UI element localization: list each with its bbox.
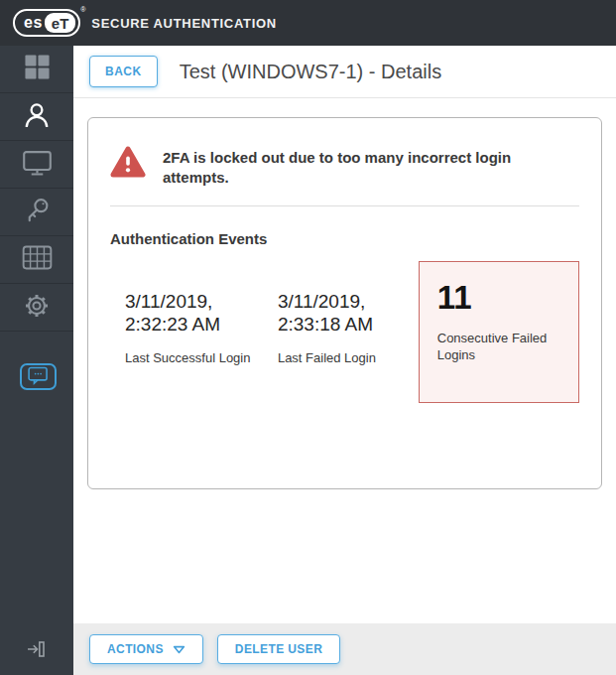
event-label: Last Successful Login <box>125 349 256 366</box>
monitor-icon <box>22 150 53 180</box>
sidebar-item-settings[interactable] <box>0 284 73 332</box>
footer-toolbar: ACTIONS DELETE USER <box>73 623 616 675</box>
warning-triangle-icon <box>110 146 146 188</box>
sidebar-item-tokens[interactable] <box>0 236 73 284</box>
sidebar-item-users[interactable] <box>0 93 73 141</box>
collapse-sidebar-button[interactable] <box>25 640 47 661</box>
dashboard-icon <box>24 54 51 84</box>
feedback-button[interactable] <box>20 363 57 390</box>
collapse-arrow-icon <box>25 646 47 661</box>
gear-icon <box>23 292 51 324</box>
actions-button[interactable]: ACTIONS <box>89 634 203 664</box>
event-consecutive-failed-logins: 11 Consecutive Failed Logins <box>419 261 579 403</box>
registered-mark: ® <box>80 6 85 13</box>
sidebar-item-computers[interactable] <box>0 141 73 189</box>
details-card: 2FA is locked out due to too many incorr… <box>87 117 602 489</box>
event-label: Last Failed Login <box>278 349 409 366</box>
chat-bubble-icon <box>28 366 50 388</box>
page-title: Test (WINDOWS7-1) - Details <box>180 61 441 83</box>
sidebar-item-credentials[interactable] <box>0 189 73 236</box>
sidebar <box>0 46 73 675</box>
event-value: 11 <box>437 279 560 317</box>
actions-button-label: ACTIONS <box>107 642 164 656</box>
back-button[interactable]: BACK <box>89 56 158 87</box>
event-last-successful-login: 3/11/2019, 2:32:23 AM Last Successful Lo… <box>110 261 263 366</box>
app-title: SECURE AUTHENTICATION <box>91 16 277 31</box>
sidebar-item-dashboard[interactable] <box>0 46 73 93</box>
event-value: 3/11/2019, 2:32:23 AM <box>125 290 242 336</box>
event-label: Consecutive Failed Logins <box>437 330 549 363</box>
eset-logo-left: es <box>24 15 43 31</box>
auth-events-row: 3/11/2019, 2:32:23 AM Last Successful Lo… <box>110 261 579 403</box>
event-value: 3/11/2019, 2:33:18 AM <box>278 290 395 336</box>
event-last-failed-login: 3/11/2019, 2:33:18 AM Last Failed Login <box>263 261 419 366</box>
eset-logo-right: eT <box>45 13 76 33</box>
content-area: 2FA is locked out due to too many incorr… <box>73 99 616 623</box>
section-title: Authentication Events <box>110 230 579 247</box>
key-icon <box>23 196 52 228</box>
chevron-down-icon <box>173 645 185 654</box>
lockout-warning: 2FA is locked out due to too many incorr… <box>110 118 579 188</box>
page-header: BACK Test (WINDOWS7-1) - Details <box>73 46 616 98</box>
topbar: es eT ® SECURE AUTHENTICATION <box>0 0 616 46</box>
card-divider <box>110 205 579 206</box>
eset-logo: es eT ® <box>13 9 80 37</box>
delete-user-button[interactable]: DELETE USER <box>217 634 340 664</box>
user-icon <box>22 100 52 134</box>
token-grid-icon <box>22 245 53 274</box>
warning-message: 2FA is locked out due to too many incorr… <box>163 146 579 188</box>
